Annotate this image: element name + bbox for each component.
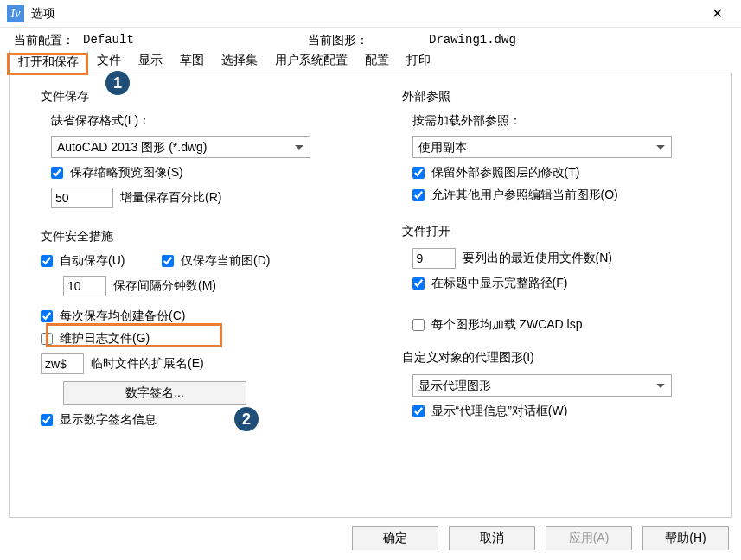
tab-plot[interactable]: 打印 xyxy=(398,50,439,73)
retain-layer-label: 保留外部参照图层的修改(T) xyxy=(431,165,580,181)
footer-buttons: 确定 取消 应用(A) 帮助(H) xyxy=(0,518,741,559)
thumbnail-label: 保存缩略预览图像(S) xyxy=(70,165,183,181)
autosave-label: 自动保存(U) xyxy=(60,253,155,269)
load-lisp-label: 每个图形均加载 ZWCAD.lsp xyxy=(431,317,583,333)
default-format-select[interactable]: AutoCAD 2013 图形 (*.dwg) xyxy=(51,136,310,158)
group-file-save: 文件保存 xyxy=(41,89,352,105)
left-column: 文件保存 缺省保存格式(L)： AutoCAD 2013 图形 (*.dwg) … xyxy=(10,73,371,517)
create-backup-checkbox[interactable] xyxy=(41,310,53,322)
allow-other-edit-checkbox[interactable] xyxy=(412,189,425,201)
recent-files-label: 要列出的最近使用文件数(N) xyxy=(463,251,612,266)
help-button[interactable]: 帮助(H) xyxy=(642,526,729,550)
proxy-dialog-label: 显示“代理信息”对话框(W) xyxy=(431,404,568,419)
xref-load-select[interactable]: 使用副本 xyxy=(412,136,672,158)
tab-file[interactable]: 文件 xyxy=(88,50,130,73)
tab-user-prefs[interactable]: 用户系统配置 xyxy=(266,50,356,73)
cancel-button[interactable]: 取消 xyxy=(449,526,535,550)
right-column: 外部参照 按需加载外部参照： 使用副本 保留外部参照图层的修改(T) 允许其他用… xyxy=(371,73,732,517)
tabs: 打开和保存 文件 显示 草图 选择集 用户系统配置 配置 打印 xyxy=(0,50,741,73)
current-config-label: 当前配置： xyxy=(14,33,74,48)
thumbnail-checkbox[interactable] xyxy=(51,167,63,179)
group-xref: 外部参照 xyxy=(402,89,713,105)
titlebar: Iv 选项 ✕ xyxy=(0,0,741,28)
log-file-label: 维护日志文件(G) xyxy=(60,331,150,347)
app-icon: Iv xyxy=(7,5,24,22)
show-signature-label: 显示数字签名信息 xyxy=(60,412,157,428)
tab-selection[interactable]: 选择集 xyxy=(213,50,266,73)
current-config-value: Default xyxy=(83,33,299,48)
fullpath-label: 在标题中显示完整路径(F) xyxy=(431,276,568,291)
autosave-checkbox[interactable] xyxy=(41,255,53,267)
proxy-display-select[interactable]: 显示代理图形 xyxy=(412,374,672,397)
default-format-label: 缺省保存格式(L)： xyxy=(51,113,150,129)
group-file-open: 文件打开 xyxy=(402,224,713,239)
tab-draft[interactable]: 草图 xyxy=(171,50,213,73)
current-drawing-label: 当前图形： xyxy=(308,33,368,48)
temp-ext-input[interactable] xyxy=(41,353,84,374)
only-current-checkbox[interactable] xyxy=(162,255,174,267)
load-lisp-checkbox[interactable] xyxy=(412,319,425,331)
autosave-interval-input[interactable] xyxy=(63,276,106,296)
show-signature-checkbox[interactable] xyxy=(41,414,53,426)
group-file-safety: 文件安全措施 xyxy=(41,229,352,245)
header-row: 当前配置： Default 当前图形： Drawing1.dwg xyxy=(0,28,741,50)
apply-button[interactable]: 应用(A) xyxy=(546,526,632,550)
recent-files-input[interactable] xyxy=(412,248,456,269)
content-panel: 2 文件保存 缺省保存格式(L)： AutoCAD 2013 图形 (*.dwg… xyxy=(9,73,732,518)
tab-profiles[interactable]: 配置 xyxy=(356,50,398,73)
autosave-interval-label: 保存间隔分钟数(M) xyxy=(113,278,216,294)
xref-load-label: 按需加载外部参照： xyxy=(412,113,521,129)
retain-layer-checkbox[interactable] xyxy=(412,167,425,179)
proxy-dialog-checkbox[interactable] xyxy=(412,405,425,417)
window-title: 选项 xyxy=(31,6,699,22)
close-button[interactable]: ✕ xyxy=(699,2,734,26)
current-drawing-value: Drawing1.dwg xyxy=(429,33,516,48)
tab-open-save[interactable]: 打开和保存 xyxy=(9,50,88,73)
group-proxy: 自定义对象的代理图形(I) xyxy=(402,350,713,366)
create-backup-label: 每次保存均创建备份(C) xyxy=(60,309,185,324)
ok-button[interactable]: 确定 xyxy=(352,526,438,550)
log-file-checkbox[interactable] xyxy=(41,333,53,345)
incremental-percent-label: 增量保存百分比(R) xyxy=(120,190,221,206)
tab-display[interactable]: 显示 xyxy=(130,50,171,73)
temp-ext-label: 临时文件的扩展名(E) xyxy=(91,356,204,372)
only-current-label: 仅保存当前图(D) xyxy=(181,253,270,269)
fullpath-checkbox[interactable] xyxy=(412,277,425,290)
allow-other-edit-label: 允许其他用户参照编辑当前图形(O) xyxy=(431,188,618,203)
digital-signature-button[interactable]: 数字签名... xyxy=(63,381,246,405)
incremental-percent-input[interactable] xyxy=(51,188,113,208)
